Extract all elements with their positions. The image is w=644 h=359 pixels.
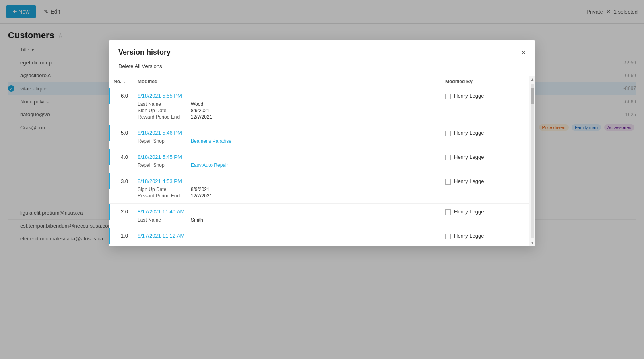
modal-actions: Delete All Versions: [109, 57, 535, 76]
version-checkbox[interactable]: [445, 179, 451, 185]
modal-scrollbar[interactable]: ▲ ▼: [529, 76, 535, 246]
change-value: 12/7/2021: [191, 193, 212, 199]
version-change: Sign Up Date 8/9/2021: [138, 108, 436, 113]
version-content: 8/18/2021 5:55 PM Last Name Wood Sign Up…: [133, 88, 440, 125]
version-change: Last Name Smith: [138, 217, 436, 223]
version-checkbox[interactable]: [445, 209, 451, 215]
version-date[interactable]: 8/18/2021 4:53 PM: [138, 178, 436, 184]
modal-title: Version history: [118, 48, 171, 57]
modal-header: Version history ×: [109, 40, 535, 57]
version-checkbox[interactable]: [445, 94, 451, 99]
version-row: 6.0 8/18/2021 5:55 PM Last Name Wood Sig…: [109, 88, 529, 125]
version-number: 2.0: [109, 204, 133, 220]
version-content: 8/18/2021 4:53 PM Sign Up Date 8/9/2021 …: [133, 173, 440, 203]
change-field: Last Name: [138, 101, 186, 107]
col-modified-header: Modified: [133, 79, 440, 84]
change-value[interactable]: Beamer's Paradise: [191, 138, 231, 144]
version-number: 5.0: [109, 125, 133, 141]
version-number: 4.0: [109, 149, 133, 165]
version-row: 5.0 8/18/2021 5:46 PM Repair Shop Beamer…: [109, 125, 529, 149]
version-number: 3.0: [109, 173, 133, 189]
version-change: Repair Shop Easy Auto Repair: [138, 162, 436, 168]
version-changes: Repair Shop Beamer's Paradise: [138, 138, 436, 144]
modal-overlay: Version history × Delete All Versions No…: [0, 0, 644, 359]
change-value: 12/7/2021: [191, 114, 212, 120]
version-modified-by: Henry Legge: [440, 228, 529, 244]
modified-by-name: Henry Legge: [454, 233, 484, 239]
version-checkbox[interactable]: [445, 234, 451, 239]
version-number: 6.0: [109, 88, 133, 104]
version-row: 4.0 8/18/2021 5:45 PM Repair Shop Easy A…: [109, 149, 529, 173]
version-change: Reward Period End 12/7/2021: [138, 114, 436, 120]
version-row: 3.0 8/18/2021 4:53 PM Sign Up Date 8/9/2…: [109, 173, 529, 204]
change-field: Sign Up Date: [138, 108, 186, 113]
col-no-header[interactable]: No. ↓: [109, 79, 133, 84]
version-change: Sign Up Date 8/9/2021: [138, 187, 436, 192]
version-history-modal: Version history × Delete All Versions No…: [109, 40, 535, 246]
version-row: 2.0 8/17/2021 11:40 AM Last Name Smith H…: [109, 204, 529, 228]
change-value[interactable]: Easy Auto Repair: [191, 162, 228, 168]
version-number: 1.0: [109, 228, 133, 244]
modal-close-button[interactable]: ×: [521, 49, 526, 56]
version-table-header: No. ↓ Modified Modified By: [109, 76, 529, 88]
change-field: Sign Up Date: [138, 187, 186, 192]
change-field: Last Name: [138, 217, 186, 223]
version-modified-by: Henry Legge: [440, 125, 529, 141]
version-date[interactable]: 8/17/2021 11:12 AM: [138, 233, 436, 239]
version-date[interactable]: 8/18/2021 5:55 PM: [138, 93, 436, 99]
version-content: 8/18/2021 5:46 PM Repair Shop Beamer's P…: [133, 125, 440, 149]
version-rows: 6.0 8/18/2021 5:55 PM Last Name Wood Sig…: [109, 88, 529, 246]
version-change: Last Name Wood: [138, 101, 436, 107]
delete-all-button[interactable]: Delete All Versions: [118, 62, 162, 71]
version-date[interactable]: 8/17/2021 11:40 AM: [138, 209, 436, 215]
version-modified-by: Henry Legge: [440, 204, 529, 220]
scroll-down-arrow[interactable]: ▼: [530, 240, 535, 246]
version-change: Repair Shop Beamer's Paradise: [138, 138, 436, 144]
version-changes: Last Name Wood Sign Up Date 8/9/2021 Rew…: [138, 101, 436, 120]
scroll-track: [531, 84, 534, 238]
version-modified-by: Henry Legge: [440, 149, 529, 165]
version-changes: Repair Shop Easy Auto Repair: [138, 162, 436, 168]
version-change: Reward Period End 12/7/2021: [138, 193, 436, 199]
modified-by-name: Henry Legge: [454, 130, 484, 136]
change-value: Smith: [191, 217, 203, 223]
scroll-up-arrow[interactable]: ▲: [530, 76, 535, 82]
version-row: 1.0 8/17/2021 11:12 AM Henry Legge: [109, 228, 529, 246]
version-changes: Sign Up Date 8/9/2021 Reward Period End …: [138, 187, 436, 199]
version-modified-by: Henry Legge: [440, 88, 529, 104]
version-date[interactable]: 8/18/2021 5:45 PM: [138, 154, 436, 160]
modified-by-name: Henry Legge: [454, 209, 484, 215]
modified-by-name: Henry Legge: [454, 154, 484, 160]
version-content: 8/18/2021 5:45 PM Repair Shop Easy Auto …: [133, 149, 440, 173]
change-field: Reward Period End: [138, 114, 186, 120]
version-date[interactable]: 8/18/2021 5:46 PM: [138, 130, 436, 136]
version-checkbox[interactable]: [445, 131, 451, 136]
scroll-thumb: [531, 88, 534, 104]
version-content: 8/17/2021 11:40 AM Last Name Smith: [133, 204, 440, 228]
version-content: 8/17/2021 11:12 AM: [133, 228, 440, 246]
change-field: Reward Period End: [138, 193, 186, 199]
change-value: 8/9/2021: [191, 187, 210, 192]
change-field: Repair Shop: [138, 162, 186, 168]
change-value: 8/9/2021: [191, 108, 210, 113]
version-checkbox[interactable]: [445, 155, 451, 160]
version-changes: Last Name Smith: [138, 217, 436, 223]
version-modified-by: Henry Legge: [440, 173, 529, 189]
col-modby-header: Modified By: [440, 79, 529, 84]
modified-by-name: Henry Legge: [454, 93, 484, 99]
modified-by-name: Henry Legge: [454, 178, 484, 184]
change-value: Wood: [191, 101, 203, 107]
change-field: Repair Shop: [138, 138, 186, 144]
version-table: No. ↓ Modified Modified By 6.0 8/18/2021…: [109, 76, 529, 246]
modal-body: No. ↓ Modified Modified By 6.0 8/18/2021…: [109, 76, 535, 246]
